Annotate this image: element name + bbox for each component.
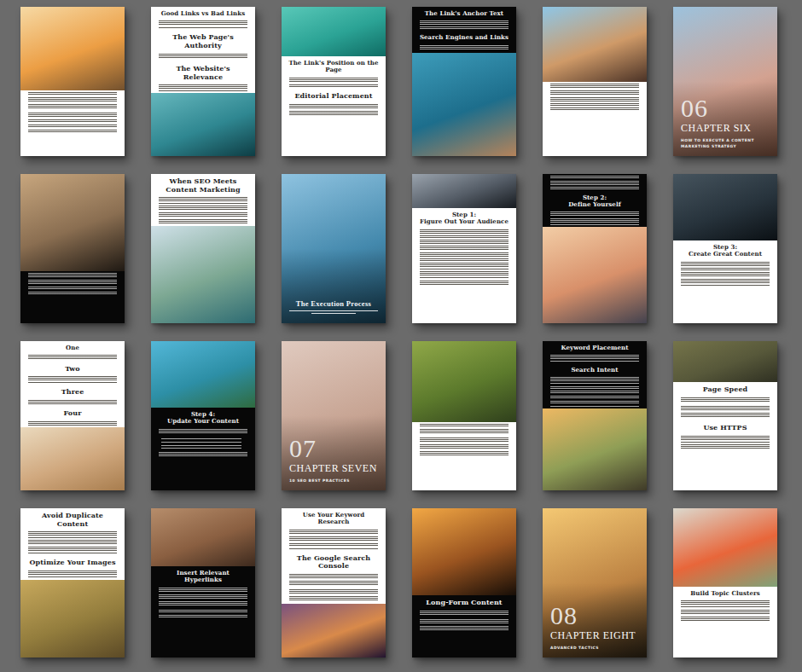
paragraph-lines xyxy=(420,437,509,442)
page-step-2-define-yourself[interactable]: Step 2: Define Yourself xyxy=(543,174,647,323)
paragraph-lines xyxy=(28,400,117,404)
paragraph-lines xyxy=(159,84,247,91)
section-heading: Step 4: Update Your Content xyxy=(158,411,248,426)
paragraph-lines xyxy=(28,113,117,117)
paragraph-lines xyxy=(28,531,117,538)
page-keyword-research-search-console[interactable]: Use Your Keyword ResearchThe Google Sear… xyxy=(282,508,386,658)
paragraph-lines xyxy=(550,386,639,389)
paragraph-lines xyxy=(550,396,639,398)
woman-silhouette-window-sunset-image xyxy=(412,508,516,595)
paragraph-lines xyxy=(681,413,770,420)
woman-golden-palms-image xyxy=(20,580,125,658)
photo-title-block: The Execution Process xyxy=(282,299,386,314)
page-optimizing-content-intro[interactable] xyxy=(20,7,125,156)
paragraph-lines xyxy=(550,211,639,216)
page-execution-process[interactable]: The Execution Process xyxy=(282,174,386,323)
paragraph-lines xyxy=(420,611,509,617)
paragraph-lines xyxy=(161,448,241,449)
paragraph-lines xyxy=(420,619,509,623)
section-heading: Page Speed xyxy=(680,385,770,394)
paragraph-lines xyxy=(159,615,247,617)
page-page-speed-use-https[interactable]: Page SpeedUse HTTPS xyxy=(673,341,777,490)
body-text-placeholder xyxy=(420,229,509,287)
page-keyword-placement-search-intent[interactable]: Keyword PlacementSearch Intent xyxy=(543,341,647,490)
body-text-placeholder xyxy=(28,531,117,553)
page-insert-relevant-hyperlinks[interactable]: Insert Relevant Hyperlinks xyxy=(151,508,255,658)
page-chapter-seven-cover[interactable]: 07CHAPTER SEVEN10 SEO BEST PRACTICES xyxy=(282,341,386,490)
paragraph-lines xyxy=(28,92,117,95)
body-text-placeholder xyxy=(28,92,117,132)
paragraph-lines xyxy=(289,104,378,108)
page-one-two-three-four[interactable]: OneTwoThreeFour xyxy=(20,341,125,490)
section-heading: The Link's Position on the Page xyxy=(288,60,379,74)
body-text-placeholder xyxy=(159,429,247,436)
body-text-placeholder xyxy=(681,397,770,420)
body-text-placeholder xyxy=(681,262,770,286)
page-seo-content-marketing-intro[interactable] xyxy=(20,174,125,323)
paragraph-lines xyxy=(28,280,117,284)
paragraph-lines xyxy=(681,600,770,607)
page-good-links-vs-bad-links[interactable]: Good Links vs Bad LinksThe Web Page's Au… xyxy=(151,7,255,156)
section-heading: One xyxy=(27,345,118,351)
body-text-placeholder xyxy=(420,424,509,455)
paragraph-lines xyxy=(289,548,378,549)
body-text-placeholder xyxy=(550,355,639,362)
page-chapter-eight-cover[interactable]: 08CHAPTER EIGHTADVANCED TACTICS xyxy=(543,508,647,658)
page-step-3-create-great-content[interactable]: Step 3: Create Great Content xyxy=(673,174,777,323)
body-text-placeholder xyxy=(28,421,117,426)
page-long-form-content[interactable]: Long-Form Content xyxy=(412,508,516,658)
page-search-engines-body[interactable] xyxy=(543,7,647,156)
section-heading: Three xyxy=(27,388,118,397)
page-avoid-duplicate-content[interactable]: Avoid Duplicate ContentOptimize Your Ima… xyxy=(20,508,125,658)
paragraph-lines xyxy=(550,391,639,393)
body-text-placeholder xyxy=(550,211,639,225)
lifeguard-tower-sunset-image xyxy=(20,7,125,90)
body-text-placeholder xyxy=(28,571,117,579)
paragraph-lines xyxy=(681,262,770,270)
paragraph-lines xyxy=(420,240,509,250)
paragraph-lines xyxy=(28,119,117,122)
page-when-seo-meets-content-marketing[interactable]: When SEO Meets Content Marketing xyxy=(151,174,255,323)
body-text-placeholder xyxy=(420,20,509,29)
paragraph-lines xyxy=(420,20,509,29)
page-links-position-on-page[interactable]: The Link's Position on the PageEditorial… xyxy=(282,7,386,156)
paragraph-lines xyxy=(550,84,639,88)
page-step-4-update-your-content[interactable]: Step 4: Update Your Content xyxy=(151,341,255,490)
section-heading: Insert Relevant Hyperlinks xyxy=(158,570,248,584)
starfish-in-hand-image xyxy=(412,53,516,156)
page-chapter-six-cover[interactable]: 06CHAPTER SIXHOW TO EXECUTE A CONTENT MA… xyxy=(673,7,777,156)
page-links-anchor-text[interactable]: The Link's Anchor TextSearch Engines and… xyxy=(412,7,516,156)
body-text-placeholder xyxy=(159,54,247,61)
paragraph-lines xyxy=(681,436,770,443)
paragraph-lines xyxy=(28,571,117,579)
section-heading: When SEO Meets Content Marketing xyxy=(158,177,248,194)
section-heading: Editorial Placement xyxy=(288,92,379,101)
paragraph-lines xyxy=(159,594,247,599)
man-and-dog-boat-dive-image xyxy=(151,93,255,156)
body-text-placeholder xyxy=(159,84,247,91)
page-step-1-figure-out-your-audience[interactable]: Step 1: Figure Out Your Audience xyxy=(412,174,516,323)
paragraph-lines xyxy=(159,610,247,612)
paragraph-lines xyxy=(420,281,509,287)
chapter-title: CHAPTER SIX xyxy=(681,122,772,135)
chapter-cover-text: 06CHAPTER SIXHOW TO EXECUTE A CONTENT MA… xyxy=(681,96,772,149)
body-text-placeholder xyxy=(420,45,509,52)
paragraph-lines xyxy=(420,252,509,261)
sand-macro-feet-image xyxy=(20,427,125,490)
paragraph-lines xyxy=(159,197,247,204)
page-seo-best-practices-intro[interactable] xyxy=(412,341,516,490)
page-build-topic-clusters[interactable]: Build Topic Clusters xyxy=(673,508,777,658)
body-text-placeholder xyxy=(550,176,639,189)
section-heading: Four xyxy=(27,409,118,418)
paragraph-lines xyxy=(161,438,241,439)
paragraph-lines xyxy=(550,90,639,95)
chapter-title: CHAPTER SEVEN xyxy=(289,462,381,475)
couple-holding-hands-beach-image xyxy=(20,174,125,271)
woman-sitting-in-grass-image xyxy=(673,341,777,382)
body-text-placeholder xyxy=(159,197,247,224)
section-heading: Keyword Placement xyxy=(549,345,640,351)
section-heading: Optimize Your Images xyxy=(27,559,118,567)
paragraph-lines xyxy=(681,397,770,404)
paragraph-lines xyxy=(420,429,509,436)
paragraph-lines xyxy=(28,292,117,294)
